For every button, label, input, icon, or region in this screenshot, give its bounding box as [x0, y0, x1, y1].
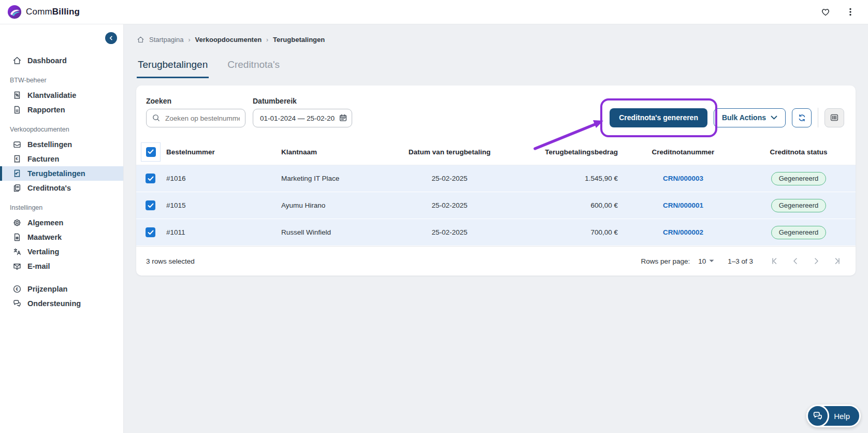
column-header-datum[interactable]: Datum van terugbetaling: [390, 148, 509, 156]
kebab-menu-icon: [846, 7, 855, 17]
chevron-down-icon: [771, 116, 777, 120]
brand-logo-icon: [7, 5, 22, 19]
svg-text:€: €: [16, 286, 18, 292]
sidebar-section-instellingen: Instellingen: [0, 204, 123, 211]
cell-refund-date: 25-02-2025: [390, 201, 509, 209]
breadcrumb-home-icon[interactable]: [137, 36, 144, 44]
select-all-checkbox[interactable]: [146, 147, 156, 157]
pagination-range-text: 1–3 of 3: [728, 257, 753, 265]
table-row[interactable]: #1016 Marketing IT Place 25-02-2025 1.54…: [136, 165, 856, 192]
rows-per-page-select[interactable]: 10: [698, 257, 714, 265]
sidebar-item-prijzenplan[interactable]: € Prijzenplan: [0, 282, 123, 296]
main-content: Startpagina › Verkoopdocumenten › Terugb…: [124, 24, 868, 433]
brand-name: CommBilling: [26, 7, 80, 17]
bulk-actions-button[interactable]: Bulk Actions: [714, 108, 786, 127]
refresh-button[interactable]: [792, 108, 812, 127]
cell-customer: Ayumu Hirano: [281, 201, 390, 209]
columns-button[interactable]: [824, 108, 844, 127]
credit-notes-icon: [12, 183, 22, 193]
invoice-euro-icon: €: [12, 154, 22, 164]
credit-note-link[interactable]: CRN/000003: [663, 175, 703, 182]
search-label: Zoeken: [146, 97, 245, 105]
overflow-menu-button[interactable]: [846, 7, 855, 17]
cell-order-number: #1016: [166, 175, 281, 182]
sidebar-item-algemeen[interactable]: Algemeen: [0, 215, 123, 230]
column-header-bedrag[interactable]: Terugbetalingsbedrag: [509, 148, 625, 156]
credit-note-link[interactable]: CRN/000001: [663, 201, 703, 209]
sidebar: Dashboard BTW-beheer Klantvalidatie Rapp…: [0, 24, 124, 433]
sidebar-item-ondersteuning[interactable]: Ondersteuning: [0, 296, 123, 311]
breadcrumb-separator: ›: [189, 36, 191, 44]
support-chat-icon: [12, 299, 22, 308]
table-footer: 3 rows selected Rows per page: 10 1–3 of…: [136, 246, 856, 276]
tab-creditnotas[interactable]: Creditnota's: [226, 59, 281, 78]
refresh-icon: [797, 113, 807, 123]
toolbar-divider: [818, 108, 818, 127]
row-checkbox[interactable]: [146, 200, 155, 210]
gear-icon: [12, 218, 22, 227]
sidebar-item-bestellingen[interactable]: Bestellingen: [0, 137, 123, 152]
tab-terugbetalingen[interactable]: Terugbetalingen: [137, 59, 209, 78]
date-range-field: Datumbereik: [253, 97, 352, 127]
last-page-button[interactable]: [829, 253, 845, 269]
sidebar-item-rapporten[interactable]: Rapporten: [0, 103, 123, 117]
euro-circle-icon: €: [12, 284, 22, 294]
column-header-status[interactable]: Creditnota status: [742, 148, 856, 156]
first-page-button[interactable]: [766, 253, 783, 269]
breadcrumb: Startpagina › Verkoopdocumenten › Terugb…: [137, 36, 868, 44]
heart-icon: [820, 7, 831, 17]
sidebar-item-vertaling[interactable]: Vertaling: [0, 244, 123, 259]
svg-text:€: €: [16, 156, 18, 161]
calendar-icon: [339, 113, 348, 124]
breadcrumb-item-terugbetalingen: Terugbetalingen: [273, 36, 325, 44]
table-row[interactable]: #1015 Ayumu Hirano 25-02-2025 600,00 € C…: [136, 192, 856, 219]
next-page-button[interactable]: [808, 253, 824, 269]
sidebar-collapse-button[interactable]: [105, 32, 117, 44]
select-all-cell: [141, 142, 161, 162]
breadcrumb-item-startpagina[interactable]: Startpagina: [149, 36, 184, 44]
cell-refund-date: 25-02-2025: [390, 228, 509, 236]
chevron-left-icon: [109, 36, 113, 40]
sidebar-item-facturen[interactable]: € Facturen: [0, 152, 123, 166]
generate-credit-notes-button[interactable]: Creditnota's genereren: [610, 108, 707, 127]
refund-receipt-icon: [12, 169, 22, 178]
sidebar-item-dashboard[interactable]: Dashboard: [0, 53, 123, 68]
column-header-klantnaam[interactable]: Klantnaam: [281, 148, 390, 156]
chevron-down-icon: [709, 259, 714, 263]
sidebar-item-terugbetalingen[interactable]: Terugbetalingen: [0, 166, 123, 181]
rows-per-page-label: Rows per page:: [641, 257, 690, 265]
help-button[interactable]: Help: [806, 405, 861, 427]
table-row[interactable]: #1011 Russell Winfield 25-02-2025 700,00…: [136, 219, 856, 246]
search-field: Zoeken: [146, 97, 245, 127]
annotation-highlight: Creditnota's genereren: [610, 108, 707, 127]
favorites-button[interactable]: [820, 7, 831, 17]
breadcrumb-separator: ›: [266, 36, 268, 44]
cell-customer: Russell Winfield: [281, 228, 390, 236]
date-range-input[interactable]: [253, 109, 352, 127]
row-checkbox[interactable]: [146, 227, 155, 237]
column-header-bestelnummer[interactable]: Bestelnummer: [166, 148, 281, 156]
home-icon: [12, 56, 22, 65]
status-badge: Gegenereerd: [771, 226, 827, 239]
columns-icon: [830, 113, 839, 122]
sidebar-item-email[interactable]: E-mail: [0, 259, 123, 273]
cell-order-number: #1011: [166, 228, 281, 236]
sidebar-item-creditnotas[interactable]: Creditnota's: [0, 181, 123, 195]
column-header-creditnotanummer[interactable]: Creditnotanummer: [625, 148, 742, 156]
credit-note-link[interactable]: CRN/000002: [663, 228, 703, 236]
cell-refund-amount: 700,00 €: [509, 228, 625, 236]
search-input[interactable]: [146, 109, 245, 127]
sidebar-item-maatwerk[interactable]: Maatwerk: [0, 230, 123, 244]
row-checkbox[interactable]: [146, 174, 155, 183]
refunds-table: Bestelnummer Klantnaam Datum van terugbe…: [136, 139, 856, 276]
cell-refund-amount: 1.545,90 €: [509, 175, 625, 182]
cell-refund-amount: 600,00 €: [509, 201, 625, 209]
breadcrumb-item-verkoopdocumenten[interactable]: Verkoopdocumenten: [195, 36, 262, 44]
previous-page-button[interactable]: [787, 253, 804, 269]
help-chat-icon: [806, 405, 829, 427]
top-header: CommBilling: [0, 0, 868, 24]
rows-selected-text: 3 rows selected: [146, 257, 195, 265]
sidebar-item-klantvalidatie[interactable]: Klantvalidatie: [0, 88, 123, 103]
sidebar-section-verkoopdocumenten: Verkoopdocumenten: [0, 126, 123, 133]
refunds-card: Zoeken Datumbereik: [136, 85, 856, 276]
